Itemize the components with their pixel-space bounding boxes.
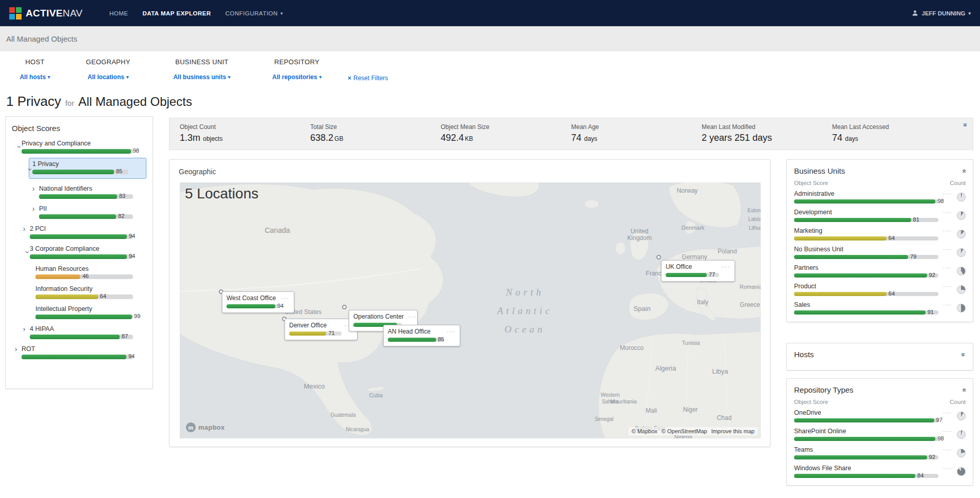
osm-attribution-link[interactable]: © OpenStreetMap: [662, 428, 707, 434]
chevron-expanded-icon[interactable]: ›: [17, 249, 31, 255]
tree-item-4-hipaa[interactable]: › 4 HIPAA 87: [12, 325, 146, 339]
tree-item-pii[interactable]: › PII 82: [12, 205, 146, 219]
map-callout-west-coast-office[interactable]: West Coast Office··· 94: [222, 291, 294, 313]
chevron-collapsed-icon[interactable]: ›: [30, 185, 36, 199]
object-scores-title: Object Scores: [12, 124, 146, 133]
tree-item-national-identifiers[interactable]: › National Identifiers 83: [12, 185, 146, 199]
overflow-menu-icon[interactable]: ···: [939, 229, 952, 233]
tree-item-2-pci[interactable]: › 2 PCI 94: [12, 225, 146, 239]
country-label: Algeria: [655, 364, 676, 372]
mapbox-logo[interactable]: m mapbox: [186, 422, 225, 432]
chevron-expanded-icon[interactable]: ›: [9, 144, 23, 150]
tree-item-1-privacy[interactable]: › 1 Privacy 85: [12, 160, 146, 179]
overflow-menu-icon[interactable]: ···: [939, 284, 952, 289]
callout-title: UK Office: [666, 263, 692, 270]
map-marker-dot[interactable]: [656, 255, 661, 260]
overflow-menu-icon[interactable]: ···: [718, 265, 730, 269]
caret-down-icon: ▾: [319, 75, 322, 80]
repository-filter-dropdown[interactable]: All repositories▾: [272, 73, 322, 81]
stat-mean-last-modified: Mean Last Modified 2 years 251 days: [702, 123, 832, 144]
chevron-collapsed-icon[interactable]: ›: [30, 205, 36, 219]
business-unit-row[interactable]: Product··· 64: [787, 281, 973, 300]
stat-unit: KB: [465, 135, 473, 142]
page-title-connector: for: [65, 99, 74, 107]
count-pie-icon: [957, 193, 966, 201]
stat-label: Mean Last Modified: [702, 123, 832, 131]
country-label: Morocco: [620, 344, 644, 352]
overflow-menu-icon[interactable]: ···: [404, 315, 417, 319]
host-filter-dropdown[interactable]: All hosts▾: [20, 73, 50, 81]
activenav-logo[interactable]: ACTIVENAV: [9, 7, 83, 20]
score-bar: 46: [35, 274, 133, 279]
country-label: Spain: [633, 305, 650, 312]
overflow-menu-icon[interactable]: ···: [939, 247, 952, 252]
chevron-expanded-icon[interactable]: ›: [15, 167, 34, 173]
page-title-secondary: All Managed Objects: [78, 95, 192, 109]
tree-item-3-corporate-compliance[interactable]: › 3 Corporate Compliance 94: [12, 245, 146, 259]
repository-type-row[interactable]: Windows File Share··· 84: [787, 463, 973, 482]
stat-value: 74: [571, 133, 581, 143]
business-unit-row[interactable]: No Business Unit··· 79: [787, 244, 973, 263]
nav-home[interactable]: HOME: [109, 10, 128, 16]
score-label: ROT: [22, 345, 146, 353]
score-value: 81: [913, 216, 919, 223]
geography-filter-dropdown[interactable]: All locations▾: [88, 73, 129, 81]
selected-tree-item[interactable]: 1 Privacy 85: [29, 158, 146, 179]
expand-panel-icon[interactable]: »: [960, 353, 967, 357]
tree-item-rot[interactable]: › ROT 94: [12, 345, 146, 359]
filter-group-repository: REPOSITORY All repositories▾: [253, 51, 341, 91]
overflow-menu-icon[interactable]: ···: [939, 192, 952, 196]
nav-configuration[interactable]: CONFIGURATION▾: [225, 10, 283, 16]
mapbox-logo-text: mapbox: [198, 423, 225, 431]
chevron-collapsed-icon[interactable]: ›: [21, 325, 27, 339]
tree-item-information-security[interactable]: Information Security 64: [12, 285, 146, 299]
nav-data-map-explorer[interactable]: DATA MAP EXPLORER: [142, 10, 211, 16]
business-unit-filter-dropdown[interactable]: All business units▾: [173, 73, 230, 81]
business-unit-row[interactable]: Marketing··· 64: [787, 226, 973, 244]
mapbox-attribution-link[interactable]: © Mapbox: [632, 428, 657, 434]
map-callout-denver-office[interactable]: Denver Office··· 71: [285, 319, 357, 340]
chevron-collapsed-icon[interactable]: ›: [21, 225, 27, 239]
business-unit-row[interactable]: Development··· 81: [787, 207, 973, 226]
collapse-panel-icon[interactable]: »: [960, 388, 967, 392]
improve-map-link[interactable]: Improve this map: [711, 428, 755, 434]
reset-filters-button[interactable]: ×Reset Filters: [348, 75, 388, 83]
map-callout-an-head-office[interactable]: AN Head Office··· 85: [383, 325, 460, 346]
business-unit-row[interactable]: Partners··· 92: [787, 263, 973, 281]
chevron-collapsed-icon[interactable]: ›: [13, 345, 19, 359]
score-bar-fill: [794, 418, 934, 422]
repository-type-row[interactable]: Teams··· 92: [787, 445, 973, 463]
overflow-menu-icon[interactable]: ···: [939, 411, 952, 415]
overflow-menu-icon[interactable]: ···: [939, 303, 952, 307]
repository-type-row[interactable]: OneDrive··· 97: [787, 408, 973, 426]
overflow-menu-icon[interactable]: ···: [939, 448, 952, 452]
count-pie-icon: [957, 211, 966, 220]
overflow-menu-icon[interactable]: ···: [443, 329, 456, 334]
map-marker-dot[interactable]: [342, 305, 347, 309]
map-canvas[interactable]: 5 Locations NorthAtlanticOcean Canada Un…: [180, 182, 761, 438]
top-navbar: ACTIVENAV HOME DATA MAP EXPLORER CONFIGU…: [0, 0, 980, 26]
country-label: Estonia: [747, 208, 761, 213]
overflow-menu-icon[interactable]: ···: [277, 296, 290, 301]
business-unit-label: Marketing: [794, 227, 822, 234]
tree-item-privacy-and-compliance[interactable]: › Privacy and Compliance 98: [12, 140, 146, 154]
collapse-stats-icon[interactable]: »: [962, 123, 969, 127]
overflow-menu-icon[interactable]: ···: [939, 429, 952, 434]
tree-item-intellectual-property[interactable]: Intellectual Property 99: [12, 305, 146, 319]
country-label: United Kingdom: [624, 228, 655, 242]
tree-item-human-resources[interactable]: Human Resources 46: [12, 265, 146, 279]
score-bar: 94: [30, 234, 133, 239]
business-unit-row[interactable]: Sales··· 91: [787, 300, 973, 318]
collapse-panel-icon[interactable]: »: [960, 169, 967, 173]
business-unit-row[interactable]: Administrative··· 98: [787, 189, 973, 207]
overflow-menu-icon[interactable]: ···: [939, 466, 952, 471]
filter-group-host: HOST All hosts▾: [4, 51, 66, 91]
country-label: Greece: [740, 301, 760, 308]
caret-down-icon: ▾: [228, 75, 231, 80]
score-label: 3 Corporate Compliance: [30, 245, 146, 252]
map-callout-uk-office[interactable]: UK Office··· 77: [661, 260, 735, 282]
overflow-menu-icon[interactable]: ···: [939, 210, 952, 215]
repository-type-row[interactable]: SharePoint Online··· 98: [787, 426, 973, 445]
overflow-menu-icon[interactable]: ···: [939, 266, 952, 270]
user-menu[interactable]: JEFF DUNNING ▾: [912, 10, 971, 16]
